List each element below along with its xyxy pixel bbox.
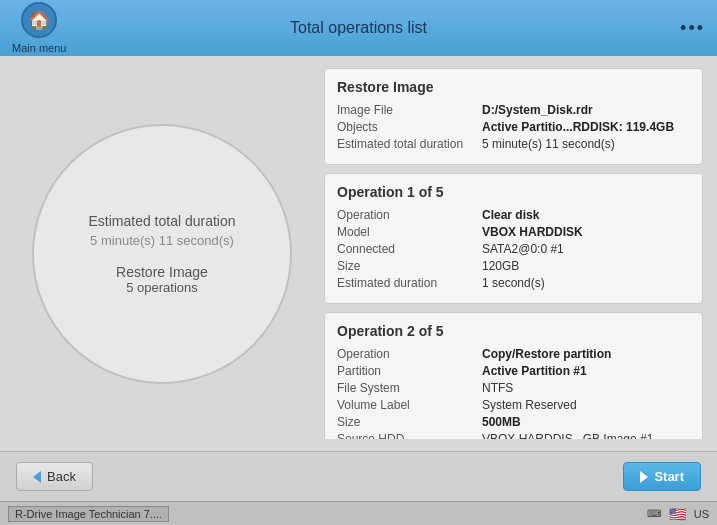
op-value-2-3: System Reserved: [482, 398, 577, 412]
op-label-1-4: Estimated duration: [337, 276, 482, 290]
operations-list: Restore ImageImage FileD:/System_Disk.rd…: [324, 68, 705, 439]
op-row-1-2: ConnectedSATA2@0:0 #1: [337, 242, 690, 256]
locale-label: US: [694, 508, 709, 520]
operation-title-1: Operation 1 of 5: [337, 184, 690, 200]
op-row-1-4: Estimated duration1 second(s): [337, 276, 690, 290]
operation-title-2: Operation 2 of 5: [337, 323, 690, 339]
op-value-0-1: Active Partitio...RDDISK: 119.4GB: [482, 120, 674, 134]
op-label-1-2: Connected: [337, 242, 482, 256]
more-options-button[interactable]: •••: [680, 18, 705, 39]
back-label: Back: [47, 469, 76, 484]
header: 🏠 Main menu Total operations list •••: [0, 0, 717, 56]
page-title: Total operations list: [290, 19, 427, 37]
op-label-2-2: File System: [337, 381, 482, 395]
op-row-1-3: Size120GB: [337, 259, 690, 273]
op-value-1-0: Clear disk: [482, 208, 539, 222]
estimated-duration-label: Estimated total duration: [88, 213, 235, 229]
main-menu-label: Main menu: [12, 42, 66, 54]
op-value-0-2: 5 minute(s) 11 second(s): [482, 137, 615, 151]
start-play-icon: [640, 471, 648, 483]
op-value-0-0: D:/System_Disk.rdr: [482, 103, 593, 117]
op-label-0-1: Objects: [337, 120, 482, 134]
op-label-0-2: Estimated total duration: [337, 137, 482, 151]
left-panel: Estimated total duration 5 minute(s) 11 …: [12, 68, 312, 439]
summary-circle: Estimated total duration 5 minute(s) 11 …: [32, 124, 292, 384]
op-row-2-3: Volume LabelSystem Reserved: [337, 398, 690, 412]
op-value-2-1: Active Partition #1: [482, 364, 587, 378]
op-row-0-0: Image FileD:/System_Disk.rdr: [337, 103, 690, 117]
op-row-0-2: Estimated total duration5 minute(s) 11 s…: [337, 137, 690, 151]
logo-group: 🏠 Main menu: [12, 2, 66, 54]
op-value-2-0: Copy/Restore partition: [482, 347, 611, 361]
main-content: Estimated total duration 5 minute(s) 11 …: [0, 56, 717, 451]
op-value-1-3: 120GB: [482, 259, 519, 273]
keyboard-icon: ⌨: [647, 508, 661, 519]
op-row-0-1: ObjectsActive Partitio...RDDISK: 119.4GB: [337, 120, 690, 134]
op-label-1-1: Model: [337, 225, 482, 239]
op-row-2-5: Source HDDVBOX HARDDIS...GB Image #1: [337, 432, 690, 439]
op-label-2-0: Operation: [337, 347, 482, 361]
start-button[interactable]: Start: [623, 462, 701, 491]
restore-image-label: Restore Image: [116, 264, 208, 280]
taskbar: R-Drive Image Technician 7.... ⌨ 🇺🇸 US: [0, 501, 717, 525]
op-label-0-0: Image File: [337, 103, 482, 117]
taskbar-right: ⌨ 🇺🇸 US: [647, 506, 709, 522]
op-label-1-0: Operation: [337, 208, 482, 222]
operation-card-0: Restore ImageImage FileD:/System_Disk.rd…: [324, 68, 703, 165]
op-value-2-4: 500MB: [482, 415, 521, 429]
operations-count-label: 5 operations: [126, 280, 198, 295]
op-label-2-5: Source HDD: [337, 432, 482, 439]
operation-title-0: Restore Image: [337, 79, 690, 95]
op-label-2-4: Size: [337, 415, 482, 429]
back-arrow-icon: [33, 471, 41, 483]
op-value-1-2: SATA2@0:0 #1: [482, 242, 564, 256]
op-row-2-1: PartitionActive Partition #1: [337, 364, 690, 378]
op-row-2-4: Size500MB: [337, 415, 690, 429]
home-button[interactable]: 🏠: [21, 2, 57, 38]
op-value-2-2: NTFS: [482, 381, 513, 395]
op-label-1-3: Size: [337, 259, 482, 273]
op-row-1-0: OperationClear disk: [337, 208, 690, 222]
operation-card-1: Operation 1 of 5OperationClear diskModel…: [324, 173, 703, 304]
op-value-1-4: 1 second(s): [482, 276, 545, 290]
flag-icon: 🇺🇸: [669, 506, 686, 522]
footer: Back Start: [0, 451, 717, 501]
back-button[interactable]: Back: [16, 462, 93, 491]
duration-value: 5 minute(s) 11 second(s): [90, 233, 234, 248]
op-value-2-5: VBOX HARDDIS...GB Image #1: [482, 432, 653, 439]
taskbar-app-label[interactable]: R-Drive Image Technician 7....: [8, 506, 169, 522]
operation-card-2: Operation 2 of 5OperationCopy/Restore pa…: [324, 312, 703, 439]
op-label-2-3: Volume Label: [337, 398, 482, 412]
op-label-2-1: Partition: [337, 364, 482, 378]
op-row-2-0: OperationCopy/Restore partition: [337, 347, 690, 361]
op-row-2-2: File SystemNTFS: [337, 381, 690, 395]
start-label: Start: [654, 469, 684, 484]
op-value-1-1: VBOX HARDDISK: [482, 225, 583, 239]
op-row-1-1: ModelVBOX HARDDISK: [337, 225, 690, 239]
